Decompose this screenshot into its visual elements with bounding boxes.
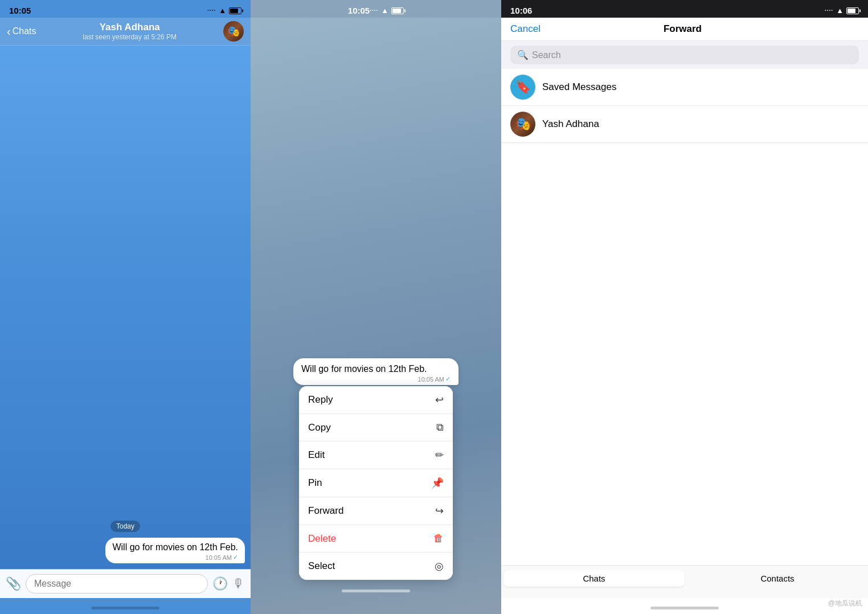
status-bar-3: 10:06 ···· ▲	[501, 0, 868, 18]
wifi-icon-2: ▲	[381, 6, 388, 15]
contact-status: last seen yesterday at 5:26 PM	[40, 33, 219, 41]
contact-name: Yash Adhana	[40, 22, 219, 33]
forward-nav: Cancel Forward	[501, 18, 868, 41]
reply-icon: ↩	[435, 394, 444, 406]
user-name: Yash Adhana	[542, 118, 599, 130]
status-bar-1: 10:05 ···· ▲	[0, 0, 251, 18]
watermark: @地瓜说机	[828, 599, 862, 608]
signal-icon-2: ····	[370, 7, 378, 14]
contact-list: 🔖 Saved Messages 🎭 Yash Adhana	[501, 69, 868, 565]
panel-context-menu: 10:05 ···· ▲ Will go for movies on 12th …	[251, 0, 501, 614]
panel-forward: 10:06 ···· ▲ Cancel Forward 🔍 Search 🔖 S…	[501, 0, 868, 614]
message-bubble-2-inner: Will go for movies on 12th Feb. 10:05 AM…	[293, 358, 458, 385]
back-button[interactable]: ‹ Chats	[7, 25, 36, 38]
user-avatar-emoji: 🎭	[515, 117, 531, 132]
time-1: 10:05	[9, 6, 31, 15]
panel-chat: 10:05 ···· ▲ ‹ Chats Yash Adhana last se…	[0, 0, 251, 614]
message-bubble[interactable]: Will go for movies on 12th Feb. 10:05 AM…	[105, 538, 245, 563]
wifi-icon: ▲	[219, 6, 226, 15]
battery-icon	[229, 7, 241, 14]
context-reply[interactable]: Reply ↩	[299, 386, 453, 414]
edit-icon: ✏	[435, 449, 444, 461]
bottom-tabs: Chats Contacts	[501, 565, 868, 598]
saved-messages-avatar: 🔖	[510, 75, 535, 100]
search-bar[interactable]: 🔍 Search	[510, 46, 859, 64]
message-text: Will go for movies on 12th Feb.	[112, 542, 238, 552]
forward-label: Forward	[308, 505, 343, 517]
context-menu: Reply ↩ Copy ⧉ Edit ✏ Pin 📌 Forward ↪ De…	[299, 386, 453, 580]
status-icons-2: ···· ▲	[370, 6, 404, 15]
context-pin[interactable]: Pin 📌	[299, 469, 453, 497]
avatar[interactable]: 🎭	[223, 21, 244, 42]
context-copy[interactable]: Copy ⧉	[299, 414, 453, 441]
home-indicator-2	[251, 580, 501, 597]
search-icon: 🔍	[517, 50, 529, 60]
contact-item-saved[interactable]: 🔖 Saved Messages	[501, 69, 868, 106]
delete-label: Delete	[308, 533, 336, 545]
input-right-icons: 🕐 🎙	[212, 576, 245, 591]
message-meta-2: 10:05 AM ✓	[301, 375, 451, 383]
mic-icon[interactable]: 🎙	[232, 576, 245, 591]
date-badge: Today	[6, 521, 245, 531]
home-indicator-3	[501, 598, 868, 614]
select-icon: ◎	[435, 560, 444, 572]
reply-label: Reply	[308, 394, 333, 406]
home-bar-3	[650, 607, 719, 609]
message-time: 10:05 AM	[206, 554, 232, 561]
context-forward[interactable]: Forward ↪	[299, 497, 453, 525]
edit-label: Edit	[308, 449, 325, 461]
search-placeholder: Search	[532, 50, 561, 60]
search-container: 🔍 Search	[501, 41, 868, 69]
input-bar: 📎 🕐 🎙	[0, 569, 251, 598]
status-icons-1: ···· ▲	[207, 6, 241, 15]
pin-icon: 📌	[431, 477, 444, 489]
home-indicator-1	[0, 598, 251, 614]
saved-messages-name: Saved Messages	[542, 81, 616, 93]
chat-body: Today Will go for movies on 12th Feb. 10…	[0, 46, 251, 569]
home-bar-2	[342, 590, 410, 592]
chat-nav-bar: ‹ Chats Yash Adhana last seen yesterday …	[0, 18, 251, 46]
copy-icon: ⧉	[436, 421, 444, 433]
check-icon-2: ✓	[445, 375, 451, 383]
contact-item-user[interactable]: 🎭 Yash Adhana	[501, 106, 868, 143]
wifi-icon-3: ▲	[836, 6, 844, 15]
status-bar-2: 10:05 ···· ▲	[339, 0, 413, 18]
select-label: Select	[308, 560, 335, 572]
message-text-2: Will go for movies on 12th Feb.	[301, 364, 427, 374]
copy-label: Copy	[308, 422, 331, 433]
back-label: Chats	[13, 26, 36, 36]
status-icons-3: ···· ▲	[825, 6, 859, 15]
battery-icon-3	[846, 7, 859, 14]
back-chevron-icon: ‹	[7, 25, 11, 38]
message-meta: 10:05 AM ✓	[112, 554, 238, 561]
context-edit[interactable]: Edit ✏	[299, 441, 453, 469]
user-avatar: 🎭	[510, 112, 535, 137]
message-input[interactable]	[26, 574, 208, 593]
pin-label: Pin	[308, 477, 322, 489]
signal-icon-3: ····	[825, 7, 833, 14]
home-bar-1	[91, 607, 159, 609]
tab-contacts[interactable]: Contacts	[687, 570, 868, 587]
blurred-bg: Will go for movies on 12th Feb. 10:05 AM…	[251, 18, 501, 614]
attachment-icon[interactable]: 📎	[6, 576, 21, 591]
message-bubble-2: Will go for movies on 12th Feb. 10:05 AM…	[293, 358, 458, 385]
check-mark-icon: ✓	[233, 554, 238, 561]
context-select[interactable]: Select ◎	[299, 552, 453, 580]
contact-info: Yash Adhana last seen yesterday at 5:26 …	[40, 22, 219, 41]
context-delete[interactable]: Delete 🗑	[299, 525, 453, 552]
forward-icon: ↪	[435, 505, 444, 517]
saved-icon: 🔖	[515, 80, 531, 95]
avatar-image: 🎭	[223, 21, 244, 42]
sticker-icon[interactable]: 🕐	[212, 576, 228, 591]
delete-icon: 🗑	[433, 533, 444, 545]
forward-title: Forward	[664, 23, 702, 35]
cancel-button[interactable]: Cancel	[510, 23, 541, 35]
signal-icon: ····	[207, 7, 216, 14]
battery-icon-2	[391, 7, 404, 14]
time-2: 10:05	[348, 6, 370, 15]
time-3: 10:06	[510, 6, 532, 15]
message-time-2: 10:05 AM	[418, 376, 444, 383]
tab-chats[interactable]: Chats	[503, 570, 685, 587]
